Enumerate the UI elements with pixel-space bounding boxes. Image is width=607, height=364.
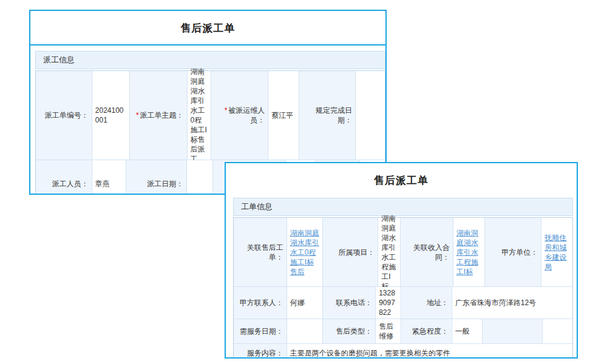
related-order-link[interactable]: 湖南洞庭湖水库引水工0程施工I标售后 — [290, 228, 320, 277]
work-order-table: 关联售后工单： 湖南洞庭湖水库引水工0程施工I标售后 所属项目： 湖南洞庭湖水库… — [233, 217, 573, 359]
phone-value: 13289097822 — [376, 287, 401, 318]
project-value: 湖南洞庭湖水库引水工程施工I标 — [378, 218, 401, 286]
address-label: 地址： — [401, 287, 452, 318]
dispatcher-value: 章燕 — [92, 160, 127, 195]
dispatch-date-value — [187, 160, 213, 195]
project-label: 所属项目： — [323, 218, 378, 286]
work-order-table-row: 服务内容： 主要是两个设备的磨损问题，需要更换相关的零件 — [234, 344, 572, 359]
due-date-label: 规定完成日期： — [299, 71, 356, 160]
income-contract-link[interactable]: 湖南洞庭湖水库引水工程施工I标 — [456, 228, 481, 277]
urgency-label: 紧急程度： — [401, 319, 452, 343]
work-order-table-row: 需服务日期： 售后类型： 售后维修 紧急程度： 一般 — [234, 319, 572, 344]
service-type-value: 售后维修 — [376, 319, 401, 343]
income-contract-value: 湖南洞庭湖水库引水工程施工I标 — [453, 218, 485, 286]
due-date-value — [356, 71, 385, 160]
page: 售后派工单 派工信息 派工单编号： 2024100001 *派工单主题： — [0, 0, 607, 364]
client-contact-value: 何娜 — [287, 287, 324, 318]
work-order-section-header: 工单信息 — [233, 198, 573, 216]
assignee-value: 蔡江平 — [268, 71, 299, 160]
address-value: 广东省珠海市菏泽路12号 — [452, 287, 572, 318]
dispatch-table-row: 派工单编号： 2024100001 *派工单主题： 湖南洞庭湖水库引水工0程施工… — [36, 71, 385, 160]
dispatcher-label: 派工人员： — [36, 160, 92, 195]
work-order-dialog-body: 工单信息 关联售后工单： 湖南洞庭湖水库引水工0程施工I标售后 所属项目： 湖南… — [226, 197, 577, 359]
work-order-dialog: 售后派工单 工单信息 关联售后工单： 湖南洞庭湖水库引水工0程施工I标售后 所属… — [225, 162, 578, 359]
dispatch-info-section-label: 派工信息 — [43, 55, 75, 64]
related-order-label: 关联售后工单： — [234, 218, 287, 286]
work-order-section-label: 工单信息 — [241, 202, 273, 211]
client-unit-link[interactable]: 抚顺住房和城乡建设局 — [544, 233, 569, 272]
income-contract-label: 关联收入合同： — [401, 218, 453, 286]
client-contact-label: 甲方联系人： — [234, 287, 287, 318]
phone-label: 联系电话： — [323, 287, 376, 318]
dispatch-date-label: 派工日期： — [126, 160, 187, 195]
service-date-label: 需服务日期： — [234, 319, 287, 343]
empty-label-cell — [483, 319, 543, 343]
urgency-value: 一般 — [452, 319, 483, 343]
service-date-value — [287, 319, 324, 343]
related-order-value: 湖南洞庭湖水库引水工0程施工I标售后 — [287, 218, 324, 286]
work-order-table-row: 关联售后工单： 湖南洞庭湖水库引水工0程施工I标售后 所属项目： 湖南洞庭湖水库… — [234, 218, 572, 287]
required-star: * — [225, 106, 228, 115]
empty-value-cell — [543, 319, 572, 343]
client-unit-label: 甲方单位： — [485, 218, 542, 286]
work-order-table-row: 甲方联系人： 何娜 联系电话： 13289097822 地址： — [234, 287, 572, 319]
subject-label: *派工单主题： — [130, 71, 188, 160]
required-star: * — [136, 111, 139, 120]
service-type-label: 售后类型： — [323, 319, 376, 343]
dispatch-info-section-header: 派工信息 — [35, 51, 385, 69]
service-content-label: 服务内容： — [234, 344, 287, 359]
order-no-value: 2024100001 — [92, 71, 130, 160]
subject-value: 湖南洞庭湖水库引水工0程施工I标售后派工 — [188, 71, 212, 160]
service-content-value: 主要是两个设备的磨损问题，需要更换相关的零件 — [287, 344, 572, 359]
client-unit-value: 抚顺住房和城乡建设局 — [541, 218, 572, 286]
assignee-label: *被派运维人员： — [211, 71, 268, 160]
order-no-label: 派工单编号： — [36, 71, 92, 160]
work-order-dialog-title: 售后派工单 — [226, 163, 577, 197]
dispatch-dialog-title: 售后派工单 — [30, 11, 385, 46]
